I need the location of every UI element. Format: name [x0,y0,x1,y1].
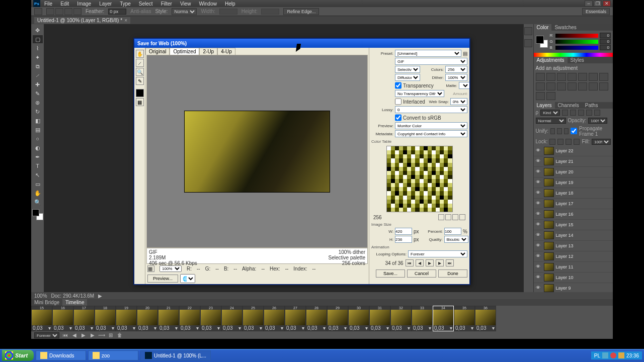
layer-kind-select[interactable]: Kind [540,110,560,116]
adj-photo-icon[interactable] [546,82,555,90]
websnap-select[interactable]: 0% [450,98,467,105]
menu-layer[interactable]: Layer [98,1,113,7]
cancel-button[interactable]: Cancel [407,269,436,278]
layer-row[interactable]: 👁Layer 21 [534,156,613,167]
layer-row[interactable]: 👁Layer 20 [534,167,613,177]
menu-window[interactable]: Window [198,1,218,7]
brush-tool-icon[interactable]: ✎ [33,89,43,98]
lang-indicator[interactable]: PL [594,353,600,358]
filter-shape-icon[interactable] [586,110,592,116]
layer-row[interactable]: 👁Layer 13 [534,241,613,251]
add-selection-icon[interactable] [55,8,63,15]
adj-invert-icon[interactable] [578,82,587,90]
tab-styles[interactable]: Styles [568,57,587,63]
anim-play-icon[interactable]: ▶ [426,259,434,266]
height-input-sfw[interactable] [395,236,412,243]
timeline-frame[interactable]: 300,03▾ [348,306,369,331]
anim-first-icon[interactable]: ⏮ [406,259,414,266]
eraser-tool-icon[interactable]: ◧ [33,117,43,125]
timeline-frame[interactable]: 340,03▾ [433,306,454,331]
anim-next-icon[interactable]: ▶ [436,259,444,266]
timeline-frame[interactable]: 290,03▾ [327,306,348,331]
visibility-icon[interactable]: 👁 [536,232,542,238]
ct-web-icon[interactable] [438,214,444,220]
taskbar-item-zoo[interactable]: zoo [88,350,138,360]
adj-hue-icon[interactable] [589,73,598,81]
visibility-icon[interactable]: 👁 [536,243,542,249]
sfw-zoom-select[interactable]: 100% [159,265,182,272]
wand-tool-icon[interactable]: ✦ [33,53,43,61]
lossy-select[interactable]: 0 [395,106,467,113]
sfw-preview-area[interactable] [146,55,368,248]
tab-adjustments[interactable]: Adjustments [534,57,568,63]
transparency-checkbox[interactable] [395,82,401,89]
clock[interactable]: 23:36 [626,353,639,358]
healing-tool-icon[interactable]: ✚ [33,80,43,88]
feather-input[interactable] [108,9,126,15]
tray-icon[interactable] [618,352,624,358]
save-button[interactable]: Save... [376,269,405,278]
menu-file[interactable]: File [43,1,53,7]
sfw-tab-2up[interactable]: 2-Up [199,48,217,55]
fill-select[interactable]: 100% [592,139,611,145]
stamp-tool-icon[interactable]: ⊛ [33,99,43,107]
browser-select[interactable]: 🌐 [180,274,195,283]
preview-select[interactable]: Monitor Color [395,122,467,129]
layer-row[interactable]: 👁Layer 14 [534,230,613,241]
timeline-frame[interactable]: 190,03▾ [116,306,137,331]
adj-bw-icon[interactable] [536,82,545,90]
width-input-sfw[interactable] [395,228,412,235]
layer-row[interactable]: 👁Layer 10 [534,273,613,283]
subtract-selection-icon[interactable] [64,8,72,15]
percent-input[interactable] [444,228,461,235]
menu-image[interactable]: Image [76,1,92,7]
layer-row[interactable]: 👁Layer 15 [534,220,613,230]
tab-timeline[interactable]: Timeline [62,299,87,306]
lock-all-icon[interactable] [574,139,580,145]
crop-tool-icon[interactable]: ⧉ [33,62,43,70]
propagate-checkbox[interactable] [571,128,577,134]
layer-row[interactable]: 👁Layer 18 [534,188,613,199]
zoom-tool-icon[interactable]: 🔍 [33,198,43,206]
dialog-titlebar[interactable]: Save for Web (100%) [134,39,469,48]
timeline-frame[interactable]: 360,03▾ [475,306,496,331]
visibility-icon[interactable]: 👁 [536,169,542,175]
path-tool-icon[interactable]: ↖ [33,171,43,179]
layer-row[interactable]: 👁Layer 17 [534,199,613,209]
anim-prev-icon[interactable]: ◀ [416,259,424,266]
taskbar-item-photoshop[interactable]: Untitled-1 @ 100% (L... [140,350,211,360]
type-tool-icon[interactable]: T [33,162,43,170]
visibility-icon[interactable]: 👁 [536,190,542,196]
timeline-frame[interactable]: 170,03▾ [73,306,95,331]
system-tray[interactable]: PL 23:36 [591,351,642,359]
blend-mode-select[interactable]: Normal [536,118,566,124]
minimize-button[interactable]: – [585,1,593,7]
visibility-icon[interactable]: 👁 [536,222,542,228]
tab-channels[interactable]: Channels [555,102,582,109]
timeline-frame[interactable]: 180,03▾ [95,306,116,331]
timeline-frame[interactable]: 250,03▾ [243,306,264,331]
tween-icon[interactable]: ⟿ [99,332,105,338]
preset-select[interactable]: [Unnamed] [395,50,461,57]
adj-colorbalance-icon[interactable] [599,73,608,81]
timeline-frame[interactable]: 320,03▾ [390,306,412,331]
visibility-icon[interactable]: 👁 [536,275,542,281]
tray-icon[interactable] [610,352,616,358]
format-select[interactable]: GIF [395,58,467,65]
reduction-select[interactable]: Selective [395,66,420,73]
sfw-tab-4up[interactable]: 4-Up [217,48,235,55]
menu-select[interactable]: Select [138,1,154,7]
adj-selective-icon[interactable] [546,92,555,100]
sfw-tab-optimized[interactable]: Optimized [170,48,199,55]
adj-lookup-icon[interactable] [568,82,577,90]
ct-new-icon[interactable] [452,214,458,220]
filter-smart-icon[interactable] [594,110,600,116]
close-tab-icon[interactable]: × [124,18,127,23]
sfw-togglebtn[interactable]: ▦ [147,265,154,272]
ct-trash-icon[interactable] [459,214,465,220]
adj-exposure-icon[interactable] [568,73,577,81]
srgb-checkbox[interactable] [395,114,401,121]
marquee-tool-icon[interactable]: ▢ [33,35,43,43]
sfw-eyedropper-tool-icon[interactable]: ✎ [136,77,144,85]
properties-icon[interactable] [524,39,532,47]
